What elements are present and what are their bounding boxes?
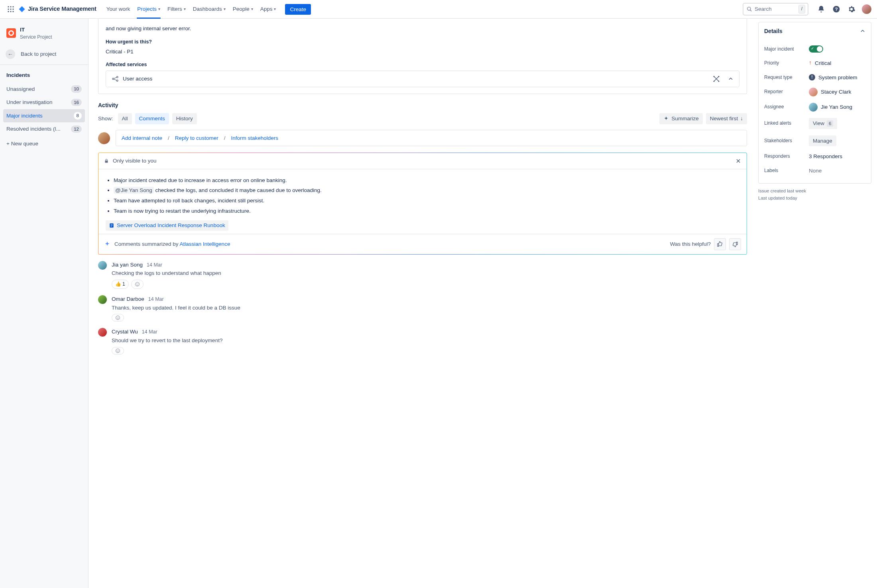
svg-point-8	[12, 11, 14, 12]
document-icon	[109, 223, 114, 228]
atlassian-intelligence-icon	[104, 241, 110, 247]
request-type-field[interactable]: Request type ! System problem	[764, 71, 865, 85]
thumbs-up-emoji-icon: 👍	[115, 281, 121, 288]
summarize-button[interactable]: Summarize	[659, 113, 702, 124]
view-linked-alerts-button[interactable]: View 6	[809, 118, 837, 129]
comment-avatar	[98, 295, 107, 304]
current-user-avatar	[98, 132, 110, 144]
priority-field[interactable]: Priority ↑ Critical	[764, 56, 865, 70]
atlassian-intelligence-link[interactable]: Atlassian Intelligence	[180, 241, 230, 247]
filter-comments[interactable]: Comments	[135, 113, 169, 124]
ai-bullet: Major incident created due to increase i…	[114, 176, 739, 184]
help-button[interactable]: ?	[832, 4, 841, 14]
inform-stakeholders-link[interactable]: Inform stakeholders	[231, 134, 278, 142]
filter-history[interactable]: History	[172, 113, 197, 124]
affected-service-row[interactable]: User access	[106, 71, 739, 87]
comment: Omar Darboe 14 Mar Thanks, keep us updat…	[98, 295, 747, 321]
svg-point-1	[10, 6, 11, 7]
back-to-project-link[interactable]: ← Back to project	[0, 45, 88, 65]
svg-point-13	[112, 78, 114, 80]
ai-bullet: @Jie Yan Song checked the logs, and conc…	[114, 186, 739, 194]
filter-all[interactable]: All	[118, 113, 132, 124]
svg-point-31	[118, 317, 118, 318]
svg-point-2	[12, 6, 14, 7]
add-reaction-button[interactable]	[112, 314, 124, 321]
settings-button[interactable]	[847, 4, 856, 14]
mention-chip[interactable]: @Jie Yan Song	[114, 187, 154, 194]
manage-stakeholders-button[interactable]: Manage	[809, 135, 836, 147]
nav-dashboards[interactable]: Dashboards▾	[189, 3, 229, 16]
thumbs-up-icon	[717, 241, 723, 247]
chevron-down-icon: ▾	[224, 6, 226, 12]
thumbs-up-button[interactable]	[714, 238, 726, 250]
activity-heading: Activity	[98, 101, 747, 109]
details-panel-header[interactable]: Details	[759, 22, 871, 40]
helpful-label: Was this helpful?	[670, 240, 711, 248]
bell-icon	[817, 5, 825, 13]
profile-avatar[interactable]	[862, 4, 871, 14]
project-header[interactable]: IT Service Project	[3, 24, 85, 45]
add-reaction-button[interactable]	[112, 347, 124, 355]
labels-field[interactable]: Labels None	[764, 164, 865, 178]
svg-point-5	[12, 8, 14, 10]
ai-visibility-text: Only visible to you	[113, 157, 157, 165]
add-internal-note-link[interactable]: Add internal note	[122, 134, 162, 142]
responders-field[interactable]: Responders 3 Responders	[764, 149, 865, 164]
runbook-link[interactable]: Server Overload Incident Response Runboo…	[106, 220, 228, 231]
nav-projects[interactable]: Projects▾	[134, 3, 164, 16]
assignee-field[interactable]: Assignee Jie Yan Song	[764, 100, 865, 115]
top-nav-menu: Your work Projects▾ Filters▾ Dashboards▾…	[103, 3, 280, 16]
reaction-chip[interactable]: 👍 1	[112, 280, 129, 289]
notifications-button[interactable]	[816, 4, 826, 14]
reporter-field[interactable]: Reporter Stacey Clark	[764, 84, 865, 100]
reporter-avatar	[809, 88, 818, 96]
nav-people[interactable]: People▾	[229, 3, 257, 16]
close-button[interactable]	[735, 158, 741, 164]
jira-logo-icon	[18, 6, 26, 13]
emoji-icon	[135, 282, 140, 287]
comment-author: Jia yan Song	[112, 261, 143, 269]
svg-point-26	[135, 282, 139, 286]
nav-your-work[interactable]: Your work	[103, 3, 134, 16]
app-switcher-button[interactable]	[6, 4, 16, 14]
sort-button[interactable]: Newest first ↓	[706, 113, 747, 124]
sparkle-icon	[663, 116, 669, 122]
chevron-down-icon: ▾	[251, 6, 253, 12]
svg-point-19	[718, 76, 720, 77]
major-incident-toggle[interactable]	[809, 45, 823, 53]
create-button[interactable]: Create	[285, 4, 311, 15]
reply-to-customer-link[interactable]: Reply to customer	[175, 134, 218, 142]
ai-bullet: Team is now trying to restart the underl…	[114, 207, 739, 215]
brand[interactable]: Jira Service Management	[18, 5, 96, 13]
comment-body: Should we try to revert to the last depl…	[112, 337, 747, 345]
system-problem-icon: !	[809, 74, 815, 80]
new-queue-button[interactable]: + New queue	[3, 136, 85, 152]
comment: Crystal Wu 14 Mar Should we try to rever…	[98, 328, 747, 354]
ai-summary-footer: Comments summarized by Atlassian Intelli…	[98, 234, 747, 254]
comment-date: 14 Mar	[147, 261, 162, 269]
thumbs-down-button[interactable]	[729, 238, 741, 250]
top-icon-group: ?	[816, 4, 871, 14]
comment-date: 14 Mar	[148, 296, 164, 303]
queue-major-incidents[interactable]: Major incidents 8	[3, 109, 85, 123]
queue-unassigned[interactable]: Unassigned 10	[3, 82, 85, 96]
activity-filter-row: Show: All Comments History Summarize New…	[98, 113, 747, 124]
top-nav: Jira Service Management Your work Projec…	[0, 0, 877, 19]
queue-count: 10	[71, 85, 82, 93]
queue-under-investigation[interactable]: Under investigation 16	[3, 96, 85, 109]
nav-filters[interactable]: Filters▾	[164, 3, 189, 16]
search-input[interactable]: Search /	[743, 3, 808, 16]
nav-apps[interactable]: Apps▾	[257, 3, 280, 16]
sidebar: IT Service Project ← Back to project Inc…	[0, 19, 88, 588]
comment-author: Crystal Wu	[112, 328, 138, 336]
ai-bullet: Team have attempted to roll back changes…	[114, 197, 739, 205]
add-reaction-button[interactable]	[131, 280, 144, 289]
thumbs-down-icon	[732, 241, 738, 247]
comment-date: 14 Mar	[142, 328, 157, 335]
reply-row: Add internal note / Reply to customer / …	[98, 130, 747, 147]
comment-author: Omar Darboe	[112, 295, 144, 303]
reply-box[interactable]: Add internal note / Reply to customer / …	[116, 130, 747, 147]
svg-point-27	[136, 284, 137, 284]
svg-point-0	[8, 6, 9, 7]
queue-resolved[interactable]: Resolved incidents (l... 12	[3, 122, 85, 136]
